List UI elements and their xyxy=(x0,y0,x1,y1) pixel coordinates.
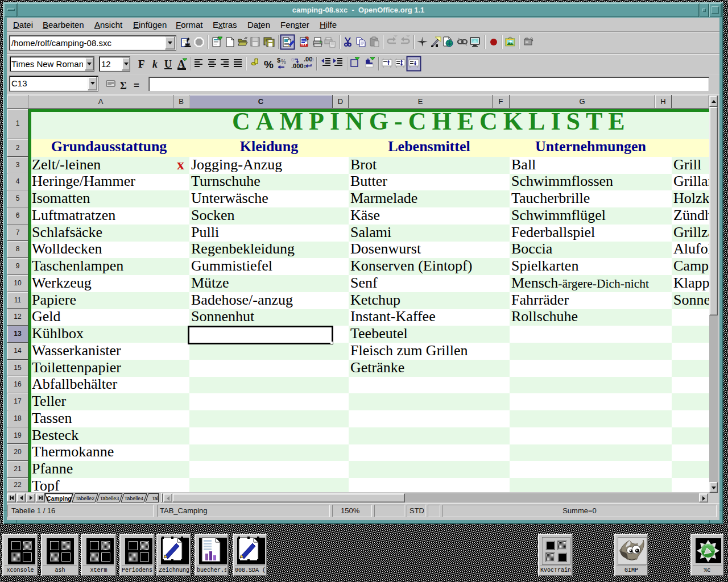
svg-text:0: 0 xyxy=(291,57,294,63)
svg-text:0: 0 xyxy=(311,57,314,63)
svg-text:0: 0 xyxy=(304,64,307,69)
svg-text:%: % xyxy=(264,59,274,70)
svg-text:.000: .000 xyxy=(291,63,303,69)
svg-text:%: % xyxy=(281,59,286,65)
svg-text:.00: .00 xyxy=(304,56,312,63)
svg-text:Tabelle4: Tabelle4 xyxy=(125,496,144,501)
svg-text:Tabelle3: Tabelle3 xyxy=(100,496,119,501)
svg-text:U: U xyxy=(164,59,172,70)
svg-text:A: A xyxy=(177,58,185,70)
svg-text:Tab: Tab xyxy=(152,496,158,501)
svg-text:$: $ xyxy=(277,57,280,64)
svg-text:Tabelle2: Tabelle2 xyxy=(76,496,95,501)
svg-text:Σ: Σ xyxy=(120,80,127,92)
svg-text:k: k xyxy=(152,59,158,70)
svg-text:Camping: Camping xyxy=(47,496,72,502)
svg-text:=: = xyxy=(134,80,139,91)
svg-text:F: F xyxy=(138,58,145,70)
